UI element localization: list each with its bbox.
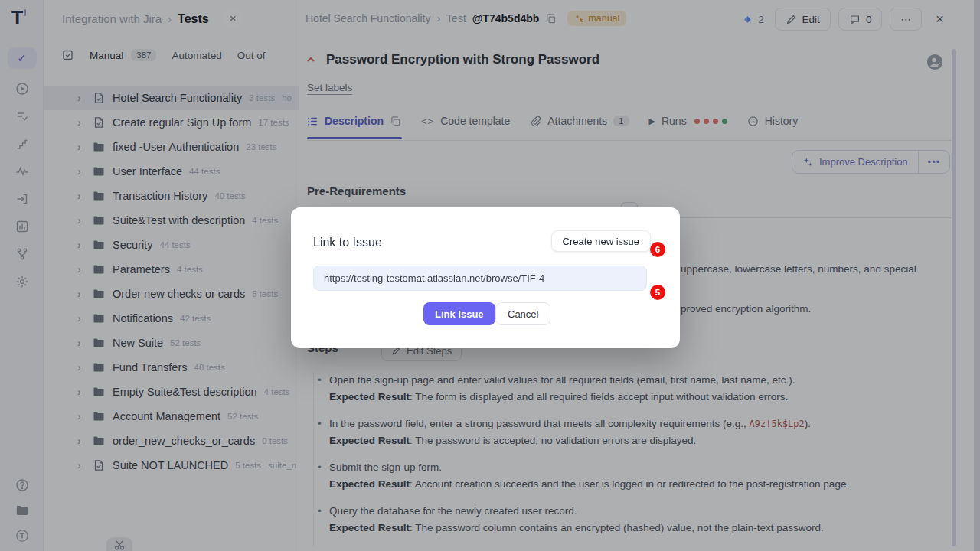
cancel-button[interactable]: Cancel xyxy=(495,302,550,325)
annotation-badge-5: 5 xyxy=(650,285,665,300)
modal-title: Link to Issue xyxy=(313,236,382,249)
create-new-issue-button[interactable]: Create new issue xyxy=(551,230,651,252)
annotation-badge-6: 6 xyxy=(650,242,665,257)
issue-url-input[interactable] xyxy=(313,266,647,291)
link-to-issue-modal: Link to Issue Create new issue Link Issu… xyxy=(291,207,680,348)
link-issue-button[interactable]: Link Issue xyxy=(423,302,495,325)
